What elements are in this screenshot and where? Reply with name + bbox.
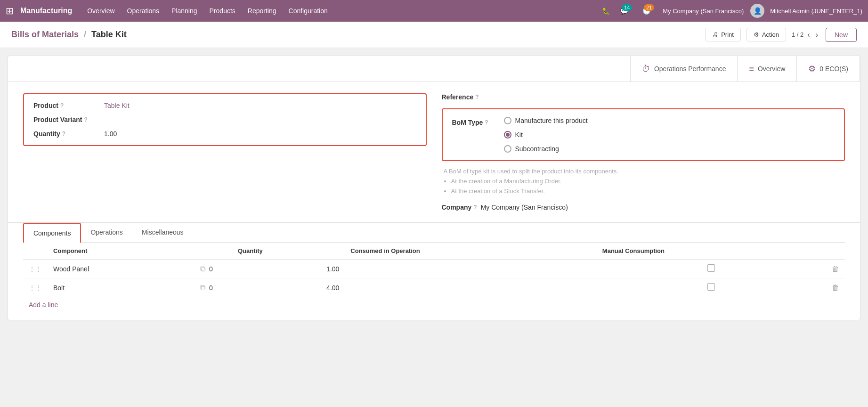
avatar[interactable]: 👤: [750, 4, 764, 18]
component-name-2[interactable]: Bolt: [48, 278, 195, 297]
nav-products[interactable]: Products: [205, 5, 240, 16]
delete-cell-2[interactable]: 🗑: [826, 278, 845, 297]
subcontracting-radio[interactable]: [504, 145, 511, 153]
bug-icon[interactable]: 🐛: [602, 7, 610, 15]
overview-button[interactable]: ≡ Overview: [738, 56, 797, 81]
nav-reporting[interactable]: Reporting: [243, 5, 281, 16]
overview-label: Overview: [758, 65, 785, 73]
bom-type-label: BoM Type ?: [452, 117, 504, 126]
pagination: 1 / 2 ‹ ›: [792, 30, 820, 40]
bom-type-help-icon[interactable]: ?: [485, 119, 488, 126]
col-header-component-name: Component: [48, 243, 195, 260]
quantity-cell-2[interactable]: 4.00: [232, 278, 345, 297]
manufacture-radio[interactable]: [504, 117, 511, 124]
chat-badge: 14: [622, 4, 632, 11]
main-content: ⏱ Operations Performance ≡ Overview ⚙ 0 …: [0, 48, 868, 328]
copy-icon-1[interactable]: ⧉: [200, 265, 205, 273]
bom-hint-bullet-1: At the creation of a Manufacturing Order…: [451, 177, 845, 187]
quantity-help-icon[interactable]: ?: [62, 130, 65, 137]
tab-operations[interactable]: Operations: [81, 223, 132, 243]
nav-overview[interactable]: Overview: [82, 5, 119, 16]
smart-buttons-row: ⏱ Operations Performance ≡ Overview ⚙ 0 …: [8, 56, 860, 82]
manual-checkbox-1[interactable]: [597, 260, 826, 278]
company-help-icon[interactable]: ?: [473, 204, 477, 211]
nav-operations[interactable]: Operations: [122, 5, 164, 16]
col-header-component: [23, 243, 48, 260]
tabs-section: Components Operations Miscellaneous Comp…: [8, 222, 860, 320]
drag-handle-2[interactable]: ⋮⋮: [23, 278, 48, 297]
quantity-cell-1[interactable]: 1.00: [232, 260, 345, 278]
subcontracting-label: Subcontracting: [515, 145, 559, 153]
prev-page-button[interactable]: ‹: [805, 30, 811, 40]
col-header-quantity: Quantity: [232, 243, 345, 260]
drag-handle-1[interactable]: ⋮⋮: [23, 260, 48, 278]
consumed-cell-1: [345, 260, 596, 278]
reference-help-icon[interactable]: ?: [475, 94, 479, 100]
ops-performance-label: Operations Performance: [654, 65, 726, 73]
product-help-icon[interactable]: ?: [60, 102, 64, 109]
col-header-manual: Manual Consumption: [597, 243, 826, 260]
chat-icon[interactable]: 💬 14: [620, 7, 628, 15]
kit-radio[interactable]: [504, 131, 511, 138]
breadcrumb-parent[interactable]: Bills of Materials: [11, 30, 79, 39]
app-title: Manufacturing: [20, 7, 72, 15]
breadcrumb-separator: /: [84, 30, 86, 39]
bom-type-row: BoM Type ? Manufacture this product Kit: [452, 117, 835, 153]
app-grid-icon[interactable]: ⊞: [6, 5, 14, 16]
settings-icon: ⚙: [808, 64, 816, 74]
nav-configuration[interactable]: Configuration: [284, 5, 333, 16]
tabs-header: Components Operations Miscellaneous: [23, 223, 845, 243]
ecos-button[interactable]: ⚙ 0 ECO(S): [797, 56, 860, 81]
product-field-row: Product ? Table Kit: [33, 102, 416, 109]
bom-option-subcontracting[interactable]: Subcontracting: [504, 145, 588, 153]
checkbox-2[interactable]: [707, 283, 715, 291]
product-variant-label: Product Variant ?: [33, 116, 104, 123]
company-label: Company ?: [442, 204, 477, 211]
company-name[interactable]: My Company (San Francisco): [663, 8, 744, 15]
print-button[interactable]: 🖨 Print: [705, 28, 741, 41]
col-header-consumed: Consumed in Operation: [345, 243, 596, 260]
bom-hint: A BoM of type kit is used to split the p…: [442, 167, 845, 196]
activity-badge: 21: [644, 4, 654, 11]
breadcrumb-actions: 🖨 Print ⚙ Action 1 / 2 ‹ › New: [705, 28, 857, 42]
trash-icon-2[interactable]: 🗑: [832, 284, 839, 292]
action-button[interactable]: ⚙ Action: [746, 28, 786, 41]
product-group-box: Product ? Table Kit Product Variant ?: [23, 93, 427, 146]
copy-icon-2[interactable]: ⧉: [200, 284, 205, 292]
kit-label: Kit: [515, 131, 523, 138]
printer-icon: 🖨: [712, 31, 718, 38]
breadcrumb: Bills of Materials / Table Kit: [11, 30, 127, 40]
quantity-value[interactable]: 1.00: [104, 130, 117, 138]
record-card: ⏱ Operations Performance ≡ Overview ⚙ 0 …: [8, 56, 860, 320]
form-left: Product ? Table Kit Product Variant ?: [23, 93, 427, 211]
table-row: ⋮⋮ Bolt ⧉ 0 4.00 🗑: [23, 278, 845, 297]
add-line-button[interactable]: Add a line: [23, 297, 845, 312]
bom-option-manufacture[interactable]: Manufacture this product: [504, 117, 588, 124]
manual-checkbox-2[interactable]: [597, 278, 826, 297]
ecos-label: 0 ECO(S): [819, 65, 848, 73]
nav-planning[interactable]: Planning: [167, 5, 202, 16]
copy-cell-1: ⧉ 0: [195, 260, 232, 278]
list-icon: ≡: [749, 64, 754, 74]
bom-option-kit[interactable]: Kit: [504, 131, 588, 138]
trash-icon-1[interactable]: 🗑: [832, 265, 839, 273]
delete-cell-1[interactable]: 🗑: [826, 260, 845, 278]
ops-performance-button[interactable]: ⏱ Operations Performance: [630, 56, 738, 81]
copy-cell-2: ⧉ 0: [195, 278, 232, 297]
component-name-1[interactable]: Wood Panel: [48, 260, 195, 278]
tab-miscellaneous[interactable]: Miscellaneous: [132, 223, 193, 243]
tab-components[interactable]: Components: [23, 223, 81, 243]
form-right: Reference ? BoM Type ? Manufactur: [442, 93, 845, 211]
checkbox-1[interactable]: [707, 264, 715, 272]
gear-icon: ⚙: [754, 31, 759, 38]
next-page-button[interactable]: ›: [814, 30, 820, 40]
table-row: ⋮⋮ Wood Panel ⧉ 0 1.00 🗑: [23, 260, 845, 278]
new-button[interactable]: New: [826, 28, 857, 42]
activity-icon[interactable]: 🕐 21: [642, 7, 650, 15]
bom-type-box: BoM Type ? Manufacture this product Kit: [442, 108, 845, 161]
bom-hint-bullet-2: At the creation of a Stock Transfer.: [451, 187, 845, 196]
company-value[interactable]: My Company (San Francisco): [481, 204, 568, 211]
product-value[interactable]: Table Kit: [104, 102, 130, 109]
user-name: Mitchell Admin (JUNE_ENTER_1): [770, 8, 862, 15]
product-variant-help-icon[interactable]: ?: [84, 116, 87, 123]
